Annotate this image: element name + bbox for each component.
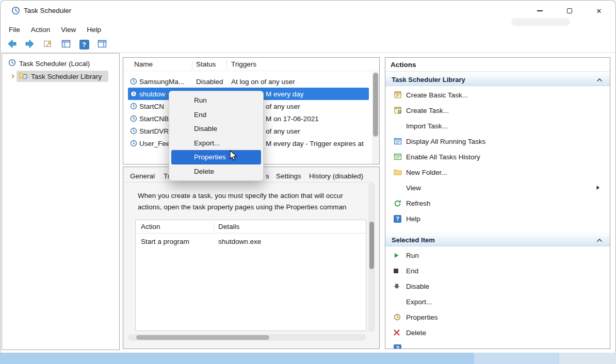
action-create-basic-task[interactable]: Create Basic Task... — [385, 87, 610, 103]
selected-action-help-partial[interactable]: ? — [385, 340, 610, 349]
column-header-triggers[interactable]: Triggers — [231, 60, 256, 68]
chevron-right-icon[interactable] — [10, 73, 15, 80]
maximize-icon — [567, 8, 572, 13]
toolbar-console-tree-button[interactable] — [60, 38, 72, 51]
tab-actions-partial[interactable]: s — [266, 172, 269, 180]
detail-pane-scrollbar[interactable] — [368, 183, 375, 332]
actions-pane: Actions Task Scheduler Library Create Ba… — [385, 57, 610, 349]
tab-settings[interactable]: Settings — [276, 172, 301, 180]
context-menu-run[interactable]: Run — [169, 93, 263, 108]
menu-view[interactable]: View — [61, 26, 76, 34]
section-selected-item[interactable]: Selected Item — [385, 233, 610, 246]
action-refresh[interactable]: Refresh — [385, 195, 610, 211]
toolbar-forward-button[interactable] — [24, 38, 36, 51]
close-icon: ✕ — [596, 8, 602, 14]
selected-action-disable[interactable]: Disable — [385, 278, 610, 294]
action-label: Delete — [406, 329, 426, 337]
task-clock-icon — [128, 115, 139, 122]
running-tasks-icon — [394, 137, 406, 145]
action-label: Help — [406, 215, 420, 223]
selected-action-export[interactable]: Export... — [385, 294, 610, 309]
folder-clock-icon — [19, 72, 28, 81]
toolbar-action-pane-button[interactable] — [96, 38, 108, 51]
taskbar-segment — [474, 353, 559, 364]
scrollbar-thumb[interactable] — [136, 335, 269, 340]
action-help[interactable]: ? Help — [385, 211, 610, 226]
context-menu-disable[interactable]: Disable — [169, 122, 263, 136]
library-actions-list: Create Basic Task... Create Task... Impo… — [385, 87, 610, 226]
tree-item-label: Task Scheduler Library — [31, 73, 102, 80]
taskbar-segment — [559, 353, 616, 364]
scrollbar-thumb[interactable] — [369, 222, 374, 269]
task-clock-icon — [128, 140, 139, 147]
action-label: Disable — [406, 283, 429, 290]
action-view[interactable]: View — [385, 180, 610, 195]
selected-action-run[interactable]: Run — [385, 247, 610, 263]
action-create-task[interactable]: Create Task... — [385, 103, 610, 118]
action-display-all-running-tasks[interactable]: Display All Running Tasks — [385, 134, 610, 149]
action-label: Create Task... — [406, 107, 449, 114]
clock-icon — [8, 59, 16, 68]
task-clock-icon — [128, 127, 139, 135]
properties-icon — [394, 313, 406, 321]
task-list-scrollbar[interactable] — [372, 72, 379, 164]
tab-general[interactable]: General — [130, 172, 155, 180]
close-button[interactable]: ✕ — [587, 1, 611, 21]
column-divider — [226, 60, 227, 70]
pane-description-line2: actions, open the task property pages us… — [138, 203, 346, 211]
toolbar: ? — [1, 37, 108, 52]
screen: Task Scheduler ✕ File Action View Help — [0, 0, 616, 364]
context-menu-export[interactable]: Export... — [169, 136, 263, 151]
help-icon: ? — [394, 344, 406, 350]
action-enable-all-tasks-history[interactable]: Enable All Tasks History — [385, 149, 610, 164]
column-header-status[interactable]: Status — [196, 60, 216, 68]
toolbar-export-list-button[interactable] — [42, 38, 54, 51]
action-details-table: Action Details Start a program shutdown.… — [135, 220, 366, 331]
selected-action-end[interactable]: End — [385, 263, 610, 278]
action-new-folder[interactable]: New Folder... — [385, 164, 610, 180]
toolbar-back-button[interactable] — [6, 38, 18, 51]
refresh-icon — [394, 200, 406, 207]
selected-action-properties[interactable]: Properties — [385, 309, 610, 325]
task-clock-icon — [128, 78, 139, 85]
details-cell: shutdown.exe — [218, 238, 261, 245]
action-details-row[interactable]: Start a program shutdown.exe — [136, 236, 366, 249]
toolbar-help-button[interactable]: ? — [78, 38, 90, 51]
action-label: Export... — [406, 298, 432, 306]
task-row-samsungma[interactable]: SamsungMa... Disabled At log on of any u… — [128, 75, 369, 88]
action-label: Create Basic Task... — [406, 91, 468, 99]
section-task-scheduler-library[interactable]: Task Scheduler Library — [385, 73, 610, 86]
action-label: End — [406, 267, 418, 275]
selected-action-delete[interactable]: Delete — [385, 325, 610, 340]
chevron-up-icon — [596, 238, 603, 242]
help-icon: ? — [79, 40, 89, 49]
minimize-button[interactable] — [528, 1, 552, 21]
actions-pane-title: Actions — [385, 58, 610, 72]
task-clock-icon — [128, 103, 139, 110]
action-label: Properties — [406, 313, 438, 321]
tree-item-task-scheduler-local[interactable]: Task Scheduler (Local) — [8, 58, 90, 69]
column-header-name[interactable]: Name — [134, 60, 153, 68]
context-menu-delete[interactable]: Delete — [169, 164, 263, 179]
column-header-action[interactable]: Action — [141, 223, 160, 230]
context-menu: Run End Disable Export... Properties Del… — [169, 91, 264, 181]
column-header-details[interactable]: Details — [218, 223, 239, 230]
menu-file[interactable]: File — [9, 26, 20, 34]
context-menu-end[interactable]: End — [169, 108, 263, 122]
task-clock-icon — [128, 90, 139, 97]
action-label: Enable All Tasks History — [406, 153, 480, 161]
horizontal-scrollbar[interactable] — [128, 334, 366, 341]
menu-action[interactable]: Action — [31, 26, 51, 34]
run-icon — [394, 253, 406, 258]
scrollbar-thumb[interactable] — [373, 73, 378, 137]
task-trigger: At log on of any user — [226, 78, 369, 86]
maximize-button[interactable] — [558, 1, 581, 21]
action-pane-icon — [97, 39, 107, 51]
menu-help[interactable]: Help — [87, 26, 101, 34]
tab-history[interactable]: History (disabled) — [309, 172, 363, 180]
action-cell: Start a program — [141, 238, 189, 245]
action-import-task[interactable]: Import Task... — [385, 118, 610, 134]
tree-item-task-scheduler-library[interactable]: Task Scheduler Library — [10, 71, 102, 82]
task-scheduler-window: Task Scheduler ✕ File Action View Help — [0, 0, 616, 353]
context-menu-properties[interactable]: Properties — [171, 150, 261, 164]
